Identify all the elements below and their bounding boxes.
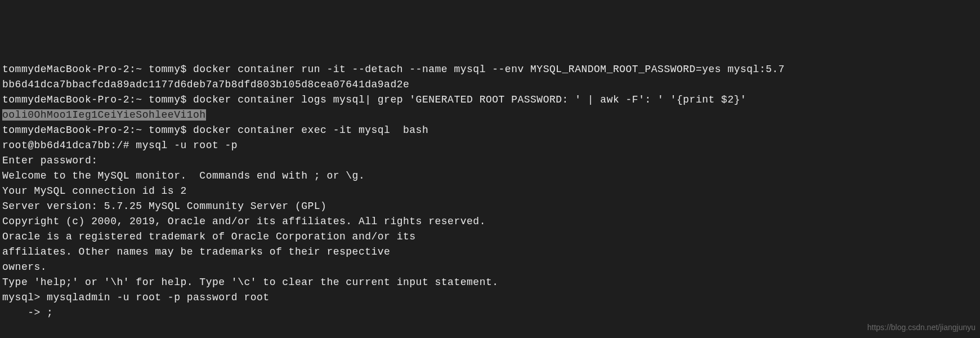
terminal-line: -> ;: [2, 305, 978, 321]
selected-text: ooli0OhMoo1Ieg1CeiYieSohleeVi1oh: [2, 109, 206, 121]
terminal-line: Copyright (c) 2000, 2019, Oracle and/or …: [2, 214, 978, 229]
terminal-line: tommydeMacBook-Pro-2:~ tommy$ docker con…: [2, 123, 978, 138]
terminal-line: Type 'help;' or '\h' for help. Type '\c'…: [2, 275, 978, 290]
terminal-line: Server version: 5.7.25 MySQL Community S…: [2, 199, 978, 214]
terminal-line: affiliates. Other names may be trademark…: [2, 244, 978, 260]
terminal-line: mysql> mysqladmin -u root -p password ro…: [2, 290, 978, 305]
watermark-text: https://blog.csdn.net/jiangjunyu: [867, 322, 975, 333]
terminal-line: Welcome to the MySQL monitor. Commands e…: [2, 168, 978, 184]
terminal-line: Enter password:: [2, 153, 978, 168]
terminal-line: Oracle is a registered trademark of Orac…: [2, 229, 978, 244]
terminal-line: root@bb6d41dca7bb:/# mysql -u root -p: [2, 138, 978, 153]
terminal-line: tommydeMacBook-Pro-2:~ tommy$ docker con…: [2, 62, 978, 77]
terminal-line: ooli0OhMoo1Ieg1CeiYieSohleeVi1oh: [2, 108, 978, 123]
terminal-output[interactable]: tommydeMacBook-Pro-2:~ tommy$ docker con…: [2, 62, 978, 321]
terminal-line: tommydeMacBook-Pro-2:~ tommy$ docker con…: [2, 92, 978, 108]
terminal-line: owners.: [2, 260, 978, 275]
terminal-line: bb6d41dca7bbacfcda89adc1177d6deb7a7b8dfd…: [2, 77, 978, 92]
terminal-line: Your MySQL connection id is 2: [2, 184, 978, 199]
